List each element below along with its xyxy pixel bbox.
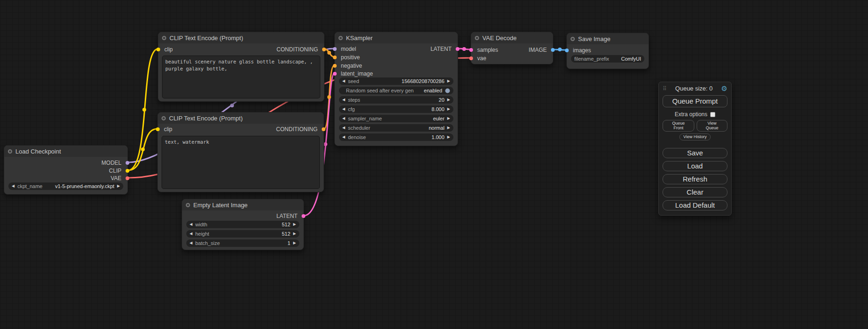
widget-width[interactable]: ◀ width 512 ▶ bbox=[186, 221, 299, 228]
vae-input-port[interactable] bbox=[469, 56, 473, 61]
queue-actions-row: Queue Front View Queue bbox=[663, 120, 727, 132]
latent-image-input-port[interactable] bbox=[332, 71, 337, 76]
node-title-bar[interactable]: KSampler bbox=[335, 32, 458, 43]
decrement-arrow-icon[interactable]: ◀ bbox=[342, 135, 345, 139]
decrement-arrow-icon[interactable]: ◀ bbox=[12, 184, 14, 188]
decrement-arrow-icon[interactable]: ◀ bbox=[342, 107, 345, 111]
increment-arrow-icon[interactable]: ▶ bbox=[447, 126, 450, 130]
widget-label: width bbox=[195, 222, 207, 227]
collapse-dot[interactable] bbox=[162, 36, 166, 40]
output-slot-latent: LATENT bbox=[430, 45, 458, 53]
clip-input-port[interactable] bbox=[155, 127, 160, 132]
node-title-bar[interactable]: CLIP Text Encode (Prompt) bbox=[158, 112, 324, 124]
load-button[interactable]: Load bbox=[663, 161, 727, 171]
node-ksampler[interactable]: KSampler model positive negative latent_… bbox=[334, 32, 458, 146]
decrement-arrow-icon[interactable]: ◀ bbox=[342, 79, 345, 83]
node-load-checkpoint[interactable]: Load Checkpoint MODEL CLIP VAE ◀ ckpt_na… bbox=[4, 145, 128, 195]
widget-random-seed-toggle[interactable]: Random seed after every gen enabled bbox=[339, 87, 453, 94]
vae-output-port[interactable] bbox=[125, 176, 130, 181]
node-title-bar[interactable]: VAE Decode bbox=[471, 32, 553, 43]
node-empty-latent-image[interactable]: Empty Latent Image LATENT ◀ width 512 ▶ … bbox=[182, 199, 304, 250]
drag-handle-icon[interactable]: ⠿ bbox=[663, 85, 667, 92]
widget-label: ckpt_name bbox=[17, 183, 42, 189]
input-slot-images: images bbox=[567, 47, 591, 54]
refresh-button[interactable]: Refresh bbox=[663, 174, 727, 184]
widget-scheduler[interactable]: ◀ scheduler normal ▶ bbox=[339, 124, 453, 132]
history-row: View History bbox=[663, 133, 727, 140]
latent-output-port[interactable] bbox=[301, 214, 306, 218]
decrement-arrow-icon[interactable]: ◀ bbox=[342, 126, 345, 130]
widget-batch-size[interactable]: ◀ batch_size 1 ▶ bbox=[186, 239, 299, 247]
collapse-dot[interactable] bbox=[186, 203, 190, 207]
load-default-button[interactable]: Load Default bbox=[663, 200, 727, 210]
images-input-port[interactable] bbox=[565, 48, 569, 53]
settings-gear-icon[interactable]: ⚙ bbox=[721, 85, 727, 92]
positive-input-port[interactable] bbox=[332, 55, 337, 60]
widget-cfg[interactable]: ◀ cfg 8.000 ▶ bbox=[339, 105, 453, 113]
collapse-dot[interactable] bbox=[339, 36, 343, 40]
latent-output-port[interactable] bbox=[455, 47, 460, 51]
prompt-textarea[interactable]: text, watermark bbox=[162, 136, 320, 189]
node-title-bar[interactable]: Load Checkpoint bbox=[4, 146, 127, 157]
node-clip-text-encode-positive[interactable]: CLIP Text Encode (Prompt) clip CONDITION… bbox=[158, 32, 325, 102]
collapse-dot[interactable] bbox=[8, 149, 12, 154]
clear-button[interactable]: Clear bbox=[663, 187, 727, 197]
prompt-textarea[interactable]: beautiful scenery nature glass bottle la… bbox=[162, 56, 320, 98]
clip-input-port[interactable] bbox=[156, 47, 161, 52]
graph-canvas[interactable]: Load Checkpoint MODEL CLIP VAE ◀ ckpt_na… bbox=[0, 0, 868, 329]
decrement-arrow-icon[interactable]: ◀ bbox=[190, 223, 192, 226]
increment-arrow-icon[interactable]: ▶ bbox=[447, 135, 450, 139]
widget-denoise[interactable]: ◀ denoise 1.000 ▶ bbox=[339, 133, 453, 141]
save-button[interactable]: Save bbox=[663, 148, 727, 158]
node-title: VAE Decode bbox=[482, 35, 516, 42]
node-title-bar[interactable]: Empty Latent Image bbox=[182, 199, 303, 210]
view-queue-button[interactable]: View Queue bbox=[697, 120, 727, 132]
input-label: clip bbox=[164, 126, 172, 133]
increment-arrow-icon[interactable]: ▶ bbox=[117, 184, 120, 188]
widget-seed[interactable]: ◀ seed 156680208700286 ▶ bbox=[339, 77, 453, 85]
node-vae-decode[interactable]: VAE Decode samples vae IMAGE bbox=[471, 32, 553, 64]
widget-ckpt-name[interactable]: ◀ ckpt_name v1-5-pruned-emaonly.ckpt ▶ bbox=[8, 182, 123, 190]
increment-arrow-icon[interactable]: ▶ bbox=[293, 232, 296, 236]
widget-height[interactable]: ◀ height 512 ▶ bbox=[186, 230, 299, 238]
increment-arrow-icon[interactable]: ▶ bbox=[447, 107, 450, 111]
collapse-dot[interactable] bbox=[475, 36, 479, 40]
clip-output-port[interactable] bbox=[125, 168, 130, 173]
decrement-arrow-icon[interactable]: ◀ bbox=[190, 241, 192, 245]
wire-midpoint-clip-negative bbox=[141, 147, 145, 151]
widget-value: normal bbox=[429, 125, 445, 131]
toggle-knob-icon[interactable] bbox=[445, 88, 450, 93]
widget-sampler-name[interactable]: ◀ sampler_name euler ▶ bbox=[339, 115, 453, 122]
node-title: KSampler bbox=[346, 35, 373, 42]
node-title-bar[interactable]: Save Image bbox=[567, 33, 649, 44]
conditioning-output-port[interactable] bbox=[321, 127, 326, 132]
increment-arrow-icon[interactable]: ▶ bbox=[293, 223, 296, 226]
output-label: VAE bbox=[111, 175, 121, 182]
increment-arrow-icon[interactable]: ▶ bbox=[447, 98, 450, 102]
increment-arrow-icon[interactable]: ▶ bbox=[293, 241, 296, 245]
collapse-dot[interactable] bbox=[571, 37, 575, 41]
queue-front-button[interactable]: Queue Front bbox=[663, 120, 694, 132]
model-output-port[interactable] bbox=[125, 161, 130, 165]
conditioning-output-port[interactable] bbox=[322, 47, 326, 52]
view-history-button[interactable]: View History bbox=[679, 133, 711, 140]
extra-options-checkbox[interactable] bbox=[710, 112, 715, 117]
collapse-dot[interactable] bbox=[162, 116, 166, 120]
decrement-arrow-icon[interactable]: ◀ bbox=[342, 98, 345, 102]
decrement-arrow-icon[interactable]: ◀ bbox=[190, 232, 192, 236]
input-label: negative bbox=[341, 63, 362, 69]
model-input-port[interactable] bbox=[332, 47, 337, 51]
decrement-arrow-icon[interactable]: ◀ bbox=[342, 117, 345, 120]
node-clip-text-encode-negative[interactable]: CLIP Text Encode (Prompt) clip CONDITION… bbox=[157, 112, 324, 192]
node-save-image[interactable]: Save Image images filename_prefix ComfyU… bbox=[566, 33, 649, 69]
queue-prompt-button[interactable]: Queue Prompt bbox=[663, 95, 727, 107]
samples-input-port[interactable] bbox=[469, 48, 473, 52]
widget-steps[interactable]: ◀ steps 20 ▶ bbox=[339, 96, 453, 104]
widget-label: sampler_name bbox=[348, 116, 382, 121]
increment-arrow-icon[interactable]: ▶ bbox=[447, 117, 450, 120]
increment-arrow-icon[interactable]: ▶ bbox=[447, 79, 450, 83]
negative-input-port[interactable] bbox=[332, 63, 337, 68]
widget-filename-prefix[interactable]: filename_prefix ComfyUI bbox=[571, 55, 644, 63]
node-title-bar[interactable]: CLIP Text Encode (Prompt) bbox=[158, 32, 324, 43]
image-output-port[interactable] bbox=[550, 48, 555, 52]
